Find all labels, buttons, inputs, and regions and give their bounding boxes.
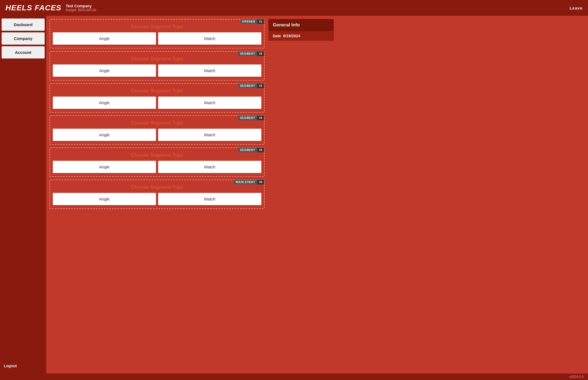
badge-num-3: #3 [257,84,264,88]
segment-badge-4: SEGMENT #4 [238,116,264,120]
segment-buttons-2: Angle Match [53,64,261,77]
segment-title-6: Choose Segment Type [53,184,261,190]
badge-label-2: SEGMENT [238,51,257,56]
match-button-3[interactable]: Match [158,97,261,109]
angle-button-4[interactable]: Angle [53,129,156,141]
logout-button[interactable]: Logout [0,361,46,371]
segment-title-2: Choose Segment Type [53,56,261,62]
segment-buttons-1: Angle Match [53,32,261,45]
angle-button-6[interactable]: Angle [53,193,156,205]
sidebar-item-dashboard[interactable]: Dasboard [2,18,45,31]
segment-title-4: Choose Segment Type [53,120,261,126]
info-panel: General Info Date 6/19/2024 [268,19,334,370]
main-layout: Dasboard Company Account Logout OPENER #… [0,16,588,373]
budget: Budget: $500,000.00 [66,8,96,12]
badge-num-1: #1 [257,19,264,24]
segment-title-5: Choose Segment Type [53,152,261,158]
segment-buttons-6: Angle Match [53,193,261,205]
match-button-5[interactable]: Match [158,161,261,173]
segment-card-4: SEGMENT #4 Choose Segment Type Angle Mat… [50,115,265,145]
info-date-row: Date 6/19/2024 [273,34,329,38]
badge-num-4: #4 [257,116,264,120]
segment-badge-2: SEGMENT #2 [238,51,264,56]
segment-badge-6: MAIN EVENT #6 [234,180,264,184]
badge-label-3: SEGMENT [238,84,257,88]
segment-badge-1: OPENER #1 [240,19,264,24]
sidebar: Dasboard Company Account Logout [0,16,46,373]
segment-card-5: SEGMENT #5 Choose Segment Type Angle Mat… [50,147,265,177]
badge-num-2: #2 [257,51,264,56]
footer: v2024.0.0 [0,373,588,380]
company-info: Test Company Budget: $500,000.00 [66,4,96,12]
angle-button-1[interactable]: Angle [53,32,156,45]
sidebar-nav: Dasboard Company Account [0,16,46,59]
angle-button-3[interactable]: Angle [53,97,156,109]
segment-buttons-3: Angle Match [53,97,261,109]
segment-buttons-5: Angle Match [53,161,261,173]
segment-card-2: SEGMENT #2 Choose Segment Type Angle Mat… [50,51,265,81]
badge-num-6: #6 [257,180,264,184]
header: HEELS FACES Test Company Budget: $500,00… [0,0,588,16]
badge-label-1: OPENER [240,19,257,24]
segment-title-1: Choose Segment Type [53,24,261,30]
segment-badge-5: SEGMENT #5 [238,148,264,152]
badge-num-5: #5 [257,148,264,152]
angle-button-5[interactable]: Angle [53,161,156,173]
segment-badge-3: SEGMENT #3 [238,84,264,88]
logo: HEELS FACES [5,4,61,12]
segments-panel: OPENER #1 Choose Segment Type Angle Matc… [50,19,265,370]
company-name: Test Company [66,4,96,8]
badge-label-5: SEGMENT [238,148,257,152]
match-button-2[interactable]: Match [158,64,261,77]
match-button-6[interactable]: Match [158,193,261,205]
version-label: v2024.0.0 [569,375,584,379]
date-label: Date [273,34,281,38]
info-body: Date 6/19/2024 [268,31,334,41]
match-button-1[interactable]: Match [158,32,261,45]
leave-button[interactable]: Leave [569,6,583,10]
match-button-4[interactable]: Match [158,129,261,141]
info-card: General Info Date 6/19/2024 [268,19,334,41]
info-header: General Info [268,19,334,31]
date-value: 6/19/2024 [283,34,300,38]
segment-card-1: OPENER #1 Choose Segment Type Angle Matc… [50,19,265,48]
sidebar-item-account[interactable]: Account [2,46,45,58]
segment-title-3: Choose Segment Type [53,88,261,94]
segment-card-6: MAIN EVENT #6 Choose Segment Type Angle … [50,180,265,209]
badge-label-6: MAIN EVENT [234,180,257,184]
angle-button-2[interactable]: Angle [53,64,156,77]
sidebar-item-company[interactable]: Company [2,32,45,45]
segment-buttons-4: Angle Match [53,129,261,141]
header-left: HEELS FACES Test Company Budget: $500,00… [5,4,96,12]
segment-card-3: SEGMENT #3 Choose Segment Type Angle Mat… [50,83,265,113]
content: OPENER #1 Choose Segment Type Angle Matc… [46,16,588,373]
badge-label-4: SEGMENT [238,116,257,120]
